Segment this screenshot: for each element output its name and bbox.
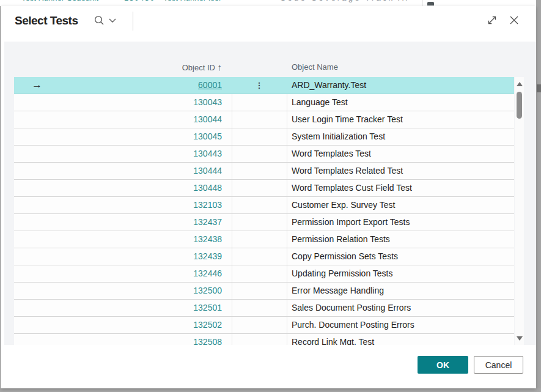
object-id-cell[interactable]: 130045 <box>14 128 222 145</box>
background-field-divider <box>422 0 422 6</box>
object-id-cell[interactable]: 132508 <box>14 334 222 345</box>
object-name-cell: Permission Import Export Tests <box>292 214 512 231</box>
sort-ascending-icon: ↑ <box>218 62 223 72</box>
search-button[interactable] <box>92 14 120 28</box>
object-name-cell: Permission Relation Tests <box>292 231 512 248</box>
background-text-fragment: Test Runner Codeunit <box>21 0 98 3</box>
object-name-cell: Record Link Mgt. Test <box>292 334 512 345</box>
object-id-cell[interactable]: 132437 <box>14 214 222 231</box>
expand-diagonal-icon <box>486 14 498 26</box>
table-row[interactable]: 130043Language Test <box>14 94 514 111</box>
object-name-cell: Sales Document Posting Errors <box>292 300 512 316</box>
dialog-title: Select Tests <box>15 14 78 28</box>
background-text-fragment: Code Coverage Track Al <box>280 0 409 3</box>
table-row[interactable]: 132437Permission Import Export Tests <box>14 214 514 231</box>
select-tests-dialog: Select Tests <box>1 6 536 388</box>
background-icon <box>427 2 434 6</box>
expand-dialog-button[interactable] <box>486 14 498 26</box>
background-page-bottom-edge <box>0 388 541 392</box>
background-page-strip: Test Runner Codeunit130450Test Runner Is… <box>0 0 536 6</box>
background-text-fragment: Test Runner Isol <box>163 0 221 3</box>
table-row[interactable]: 132500Error Message Handling <box>14 283 514 300</box>
object-name-cell: Customer Exp. Survey Test <box>292 197 512 213</box>
search-icon <box>95 17 103 24</box>
scrollbar-down-arrow-icon[interactable] <box>517 336 523 341</box>
object-name-cell: Copy Permission Sets Tests <box>292 248 512 265</box>
table-scrollbar[interactable] <box>515 77 524 345</box>
table-row[interactable]: 130045System Initialization Test <box>14 128 514 146</box>
scrollbar-up-arrow-icon[interactable] <box>517 82 523 86</box>
table-row[interactable]: 130448Word Templates Cust Field Test <box>14 180 514 197</box>
object-id-cell[interactable]: 132501 <box>14 300 222 316</box>
close-icon <box>508 14 520 26</box>
object-id-cell[interactable]: 132502 <box>14 317 222 333</box>
table-row[interactable]: →60001⋮ARD_Warranty.Test <box>14 77 514 94</box>
row-options-icon[interactable]: ⋮ <box>254 77 264 94</box>
ok-button[interactable]: OK <box>418 356 468 374</box>
object-id-cell[interactable]: 130043 <box>14 94 222 111</box>
scrollbar-thumb[interactable] <box>517 92 522 119</box>
background-scrollbar-thumb <box>537 84 541 92</box>
screen: Test Runner Codeunit130450Test Runner Is… <box>0 0 541 392</box>
header-divider <box>133 12 133 31</box>
table-row[interactable]: 130044User Login Time Tracker Test <box>14 111 514 128</box>
chevron-down-icon <box>109 19 116 22</box>
table-row[interactable]: 132502Purch. Document Posting Errors <box>14 317 514 334</box>
cancel-button[interactable]: Cancel <box>474 356 523 374</box>
table-row[interactable]: 132508Record Link Mgt. Test <box>14 334 514 345</box>
table-row[interactable]: 132501Sales Document Posting Errors <box>14 300 514 317</box>
object-id-cell[interactable]: 132439 <box>14 248 222 265</box>
object-name-cell: Word Templates Related Test <box>292 163 512 179</box>
object-name-cell: Word Templates Cust Field Test <box>292 180 512 196</box>
table-rows: →60001⋮ARD_Warranty.Test130043Language T… <box>14 77 514 345</box>
object-id-cell[interactable]: 130444 <box>14 163 222 179</box>
object-id-cell[interactable]: 132446 <box>14 265 222 282</box>
object-id-cell[interactable]: 130044 <box>14 111 222 128</box>
object-name-cell: System Initialization Test <box>292 128 512 145</box>
object-id-cell[interactable]: 130448 <box>14 180 222 196</box>
object-name-cell: Error Message Handling <box>292 283 512 299</box>
object-name-cell: Word Templates Test <box>292 146 512 162</box>
object-id-cell[interactable]: 132103 <box>14 197 222 213</box>
object-name-cell: Updating Permission Tests <box>292 265 512 282</box>
object-name-cell: Language Test <box>292 94 512 111</box>
object-id-cell[interactable]: 60001 <box>14 77 222 94</box>
background-text-fragment: 130450 <box>124 0 155 3</box>
object-name-cell: User Login Time Tracker Test <box>292 111 512 128</box>
object-id-cell[interactable]: 130443 <box>14 146 222 162</box>
table-row[interactable]: 132438Permission Relation Tests <box>14 231 514 248</box>
object-id-cell[interactable]: 132500 <box>14 283 222 299</box>
background-page-right-edge <box>536 0 541 392</box>
table-row[interactable]: 132439Copy Permission Sets Tests <box>14 248 514 265</box>
object-name-cell: ARD_Warranty.Test <box>292 77 512 94</box>
table-row[interactable]: 130443Word Templates Test <box>14 146 514 163</box>
column-header-object-id[interactable]: Object ID ↑ <box>130 61 222 73</box>
table-row[interactable]: 132446Updating Permission Tests <box>14 265 514 283</box>
close-dialog-button[interactable] <box>508 14 520 26</box>
object-id-cell[interactable]: 132438 <box>14 231 222 248</box>
table-row[interactable]: 132103Customer Exp. Survey Test <box>14 197 514 214</box>
column-header-object-name[interactable]: Object Name <box>292 61 338 73</box>
table-row[interactable]: 130444Word Templates Related Test <box>14 163 514 180</box>
object-name-cell: Purch. Document Posting Errors <box>292 317 512 333</box>
